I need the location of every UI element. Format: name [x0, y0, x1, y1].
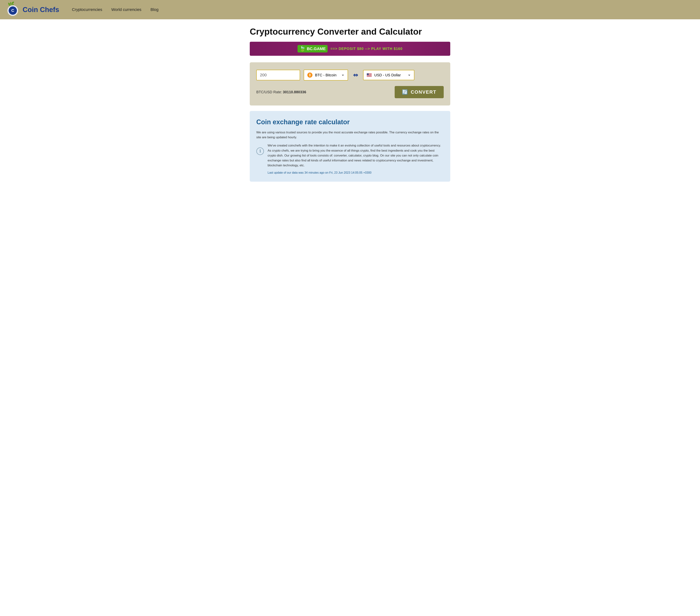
bcgame-banner[interactable]: 🍃 BC.GAME ==> DEPOSIT $80 --> PLAY WITH … — [250, 42, 450, 56]
rate-label: BTC/USD Rate: — [256, 90, 282, 94]
convert-button[interactable]: 🔄 CONVERT — [395, 86, 444, 98]
from-currency-select-wrap: ₿ BTC - Bitcoin ETH - Ethereum LTC - Lit… — [304, 69, 348, 80]
converter-box: ₿ BTC - Bitcoin ETH - Ethereum LTC - Lit… — [250, 62, 450, 105]
swap-button[interactable]: ⇔ — [352, 70, 360, 80]
to-currency-select-wrap: ★ ★ ★ ★ ★ ★ ★ ★ ★ ★ ★ ★ ★ ★ ★ ★ ★ ★ ★ ★ … — [363, 70, 414, 80]
convert-refresh-icon: 🔄 — [402, 89, 408, 95]
bcgame-logo: 🍃 BC.GAME — [298, 45, 328, 52]
nav-blog[interactable]: Blog — [151, 7, 159, 12]
logo-chefs: Chefs — [40, 6, 59, 13]
info-texts: We've created coinchefs with the intenti… — [267, 143, 444, 174]
nav-world-currencies[interactable]: World currencies — [111, 7, 141, 12]
bcgame-brand: BC.GAME — [307, 47, 326, 51]
main-nav: Cryptocurrencies World currencies Blog — [72, 7, 159, 12]
btc-icon: ₿ — [307, 73, 312, 78]
info-content-row: ℹ We've created coinchefs with the inten… — [256, 143, 444, 174]
info-para1: We are using various trusted sources to … — [256, 130, 444, 140]
bcgame-promo-text: ==> DEPOSIT $80 --> PLAY WITH $160 — [330, 47, 402, 51]
bcgame-leaf-icon: 🍃 — [299, 46, 306, 52]
logo-circle: C — [7, 5, 18, 16]
logo-text: Coin Chefs — [23, 6, 59, 14]
info-title: Coin exchange rate calculator — [256, 118, 444, 126]
main-content: Cryptocurrency Converter and Calculator … — [244, 19, 456, 189]
nav-cryptocurrencies[interactable]: Cryptocurrencies — [72, 7, 102, 12]
logo-icon-wrap: 🌿 C — [7, 3, 20, 16]
from-currency-select[interactable]: BTC - Bitcoin ETH - Ethereum LTC - Litec… — [314, 73, 344, 77]
convert-button-label: CONVERT — [411, 89, 436, 95]
info-section: Coin exchange rate calculator We are usi… — [250, 111, 450, 182]
rate-value: 30110.880336 — [283, 90, 306, 94]
svg-rect-5 — [367, 76, 372, 76]
converter-row: ₿ BTC - Bitcoin ETH - Ethereum LTC - Lit… — [256, 69, 444, 80]
swap-arrows-icon: ⇔ — [353, 72, 358, 78]
info-circle-icon: ℹ — [256, 147, 264, 155]
rate-display: BTC/USD Rate: 30110.880336 — [256, 90, 306, 94]
info-last-update: Last update of our data was 34 minutes a… — [267, 171, 444, 174]
logo-link[interactable]: 🌿 C Coin Chefs — [7, 3, 59, 16]
header: 🌿 C Coin Chefs Cryptocurrencies World cu… — [0, 0, 700, 19]
page-title: Cryptocurrency Converter and Calculator — [250, 27, 450, 37]
to-currency-select[interactable]: USD - US Dollar EUR - Euro GBP - British… — [374, 73, 411, 77]
logo-coin: Coin — [23, 6, 40, 13]
rate-row: BTC/USD Rate: 30110.880336 🔄 CONVERT — [256, 86, 444, 98]
logo-letter: C — [9, 7, 17, 15]
amount-input[interactable] — [256, 70, 300, 80]
info-para2: We've created coinchefs with the intenti… — [267, 143, 444, 168]
usd-flag-icon: ★ ★ ★ ★ ★ ★ ★ ★ ★ ★ ★ ★ ★ ★ ★ ★ ★ ★ ★ ★ … — [367, 73, 372, 77]
